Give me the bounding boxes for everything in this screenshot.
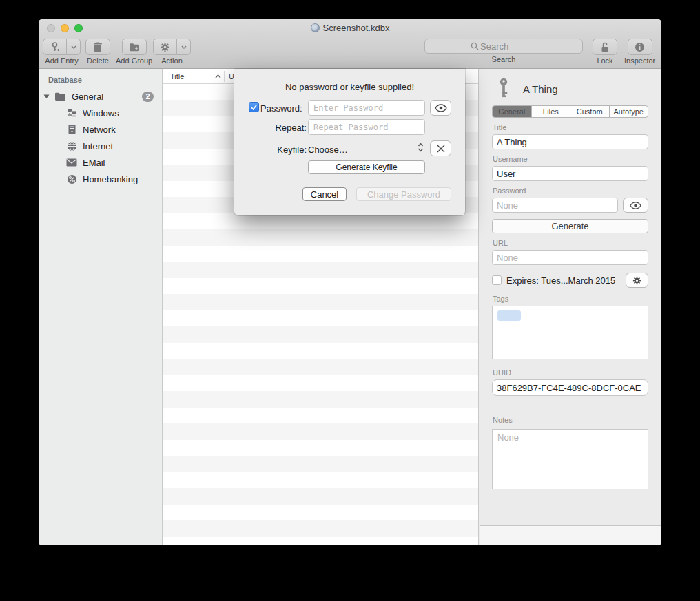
add-group-group: Add Group: [116, 39, 152, 65]
keyfile-label: Keyfile:: [234, 145, 307, 155]
disclosure-triangle-icon[interactable]: [43, 94, 52, 99]
tab-custom[interactable]: Custom: [570, 106, 610, 117]
group-label: Internet: [83, 141, 113, 151]
inspector-panel: A Thing General Files Custom Autotype Ti…: [480, 69, 661, 545]
notes-field[interactable]: [492, 429, 648, 489]
sidebar-item-windows[interactable]: Windows: [39, 105, 162, 121]
eye-icon: [435, 104, 447, 112]
group-label: Homebanking: [83, 174, 138, 184]
expires-row: Expires: Tues...March 2015: [492, 273, 648, 288]
enter-password-input[interactable]: [308, 100, 425, 116]
server-icon: [65, 125, 78, 134]
delete-button[interactable]: [85, 39, 110, 55]
show-password-button[interactable]: [430, 100, 451, 116]
change-password-sheet: No password or keyfile supplied! Passwor…: [234, 69, 465, 215]
title-field[interactable]: [492, 134, 648, 149]
percent-icon: [65, 174, 78, 184]
sort-ascending-icon: [215, 74, 221, 78]
sidebar-item-network[interactable]: Network: [39, 121, 162, 138]
inspector-group: Inspector: [624, 39, 655, 65]
password-field[interactable]: [492, 198, 618, 213]
username-field-label: Username: [493, 155, 648, 163]
inspector-divider: [480, 410, 661, 410]
stepper-icon[interactable]: [418, 143, 424, 152]
column-header-username[interactable]: U: [225, 72, 234, 81]
title-field-label: Title: [493, 123, 648, 131]
search-label: Search: [424, 55, 583, 63]
generate-password-button[interactable]: Generate: [492, 219, 648, 233]
generate-keyfile-button[interactable]: Generate Keyfile: [308, 160, 425, 174]
lock-button[interactable]: [593, 39, 617, 55]
tab-autotype[interactable]: Autotype: [610, 106, 648, 117]
password-checkbox[interactable]: [249, 102, 259, 112]
chevron-down-icon: [71, 45, 76, 49]
toolbar: Add Entry Delete Add Group: [39, 37, 661, 69]
expires-checkbox[interactable]: [492, 275, 502, 285]
sidebar-item-general[interactable]: General 2: [39, 88, 162, 105]
sidebar-item-homebanking[interactable]: Homebanking: [39, 171, 162, 187]
group-label: General: [72, 92, 103, 102]
sidebar-item-email[interactable]: EMail: [39, 154, 162, 171]
add-entry-dropdown[interactable]: [67, 39, 81, 55]
folder-plus-icon: [129, 43, 140, 52]
window-chrome: Screenshot.kdbx Add Ent: [39, 19, 661, 69]
cancel-button[interactable]: Cancel: [302, 187, 347, 201]
titlebar: Screenshot.kdbx: [39, 19, 661, 37]
column-header-title[interactable]: Title: [163, 72, 224, 81]
sidebar-item-internet[interactable]: Internet: [39, 138, 162, 154]
username-field[interactable]: [492, 166, 648, 181]
change-password-button[interactable]: Change Password: [356, 187, 451, 201]
tag-pill[interactable]: [497, 310, 521, 321]
inspector-button[interactable]: [628, 39, 652, 55]
repeat-label: Repeat:: [234, 123, 307, 133]
action-dropdown[interactable]: [177, 39, 191, 55]
folder-icon: [54, 92, 66, 101]
reveal-password-button[interactable]: [623, 198, 648, 213]
repeat-password-input[interactable]: [308, 119, 425, 135]
clear-keyfile-button[interactable]: [430, 140, 451, 156]
keyfile-popup[interactable]: Choose…: [308, 145, 348, 155]
search-input[interactable]: [480, 41, 577, 52]
notes-field-label: Notes: [493, 416, 648, 424]
search-field[interactable]: [424, 39, 583, 54]
add-entry-button[interactable]: [43, 39, 67, 55]
key-icon: [497, 78, 510, 100]
tags-field-label: Tags: [493, 295, 648, 303]
key-plus-icon: [50, 42, 60, 52]
tab-files[interactable]: Files: [532, 106, 571, 117]
group-label: Windows: [83, 108, 119, 118]
lock-group: Lock: [593, 39, 617, 65]
uuid-field-label: UUID: [493, 368, 648, 377]
window-title: Screenshot.kdbx: [39, 23, 661, 33]
group-label: EMail: [83, 158, 105, 168]
add-entry-label: Add Entry: [43, 56, 81, 65]
info-icon: [635, 42, 645, 52]
sidebar: Database General 2 Windows Network: [39, 69, 163, 545]
app-window: Screenshot.kdbx Add Ent: [39, 19, 661, 545]
add-entry-group: Add Entry: [43, 39, 81, 65]
inspector-footer: [480, 525, 661, 545]
lock-label: Lock: [593, 56, 617, 65]
sidebar-section-header: Database: [48, 76, 162, 84]
action-button[interactable]: [153, 39, 177, 55]
eye-icon: [630, 202, 641, 209]
tab-general[interactable]: General: [493, 106, 532, 117]
action-label: Action: [153, 56, 191, 65]
lock-open-icon: [600, 42, 610, 52]
globe-icon: [65, 141, 78, 151]
password-field-label: Password: [493, 187, 648, 195]
expires-label: Expires: Tues...March 2015: [506, 275, 615, 286]
uuid-field[interactable]: [492, 379, 648, 396]
url-field[interactable]: [492, 250, 648, 265]
gear-icon: [632, 276, 641, 285]
entry-header: A Thing: [492, 77, 648, 101]
workgroup-icon: [65, 108, 78, 118]
delete-label: Delete: [85, 56, 110, 65]
tags-box[interactable]: [492, 306, 648, 359]
expires-options-button[interactable]: [626, 273, 648, 288]
search-icon: [471, 42, 479, 50]
search-group: Search: [424, 39, 583, 63]
password-label: Password:: [260, 103, 302, 114]
inspector-tabs: General Files Custom Autotype: [492, 105, 648, 118]
add-group-button[interactable]: [122, 39, 147, 55]
